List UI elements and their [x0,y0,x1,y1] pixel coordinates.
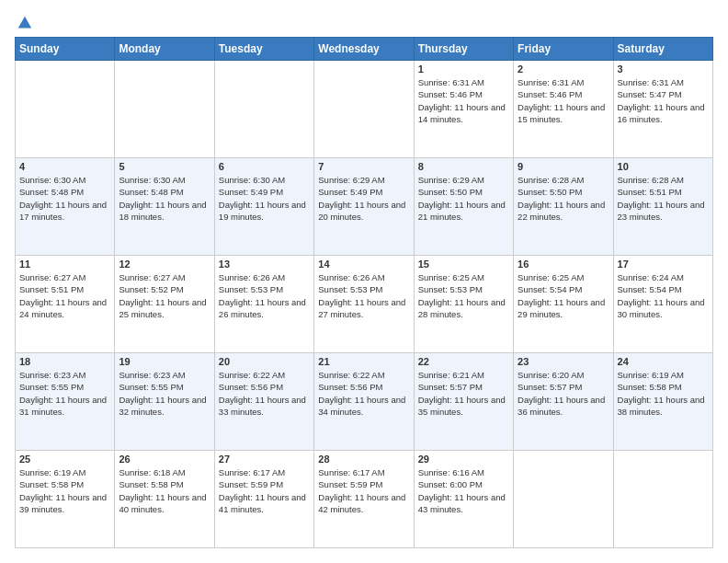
calendar-cell [214,61,313,158]
calendar-cell: 18Sunrise: 6:23 AM Sunset: 5:55 PM Dayli… [16,353,115,451]
calendar-week-row: 11Sunrise: 6:27 AM Sunset: 5:51 PM Dayli… [16,256,713,353]
calendar-cell: 8Sunrise: 6:29 AM Sunset: 5:50 PM Daylig… [414,158,513,256]
day-number: 22 [418,356,509,367]
day-info: Sunrise: 6:25 AM Sunset: 5:53 PM Dayligh… [418,271,509,320]
page: SundayMondayTuesdayWednesdayThursdayFrid… [0,0,728,563]
day-info: Sunrise: 6:19 AM Sunset: 5:58 PM Dayligh… [19,466,110,515]
calendar-cell: 4Sunrise: 6:30 AM Sunset: 5:48 PM Daylig… [16,158,115,256]
calendar-cell: 9Sunrise: 6:28 AM Sunset: 5:50 PM Daylig… [514,158,613,256]
day-info: Sunrise: 6:29 AM Sunset: 5:50 PM Dayligh… [418,174,509,223]
calendar-cell: 3Sunrise: 6:31 AM Sunset: 5:47 PM Daylig… [613,61,712,158]
day-info: Sunrise: 6:17 AM Sunset: 5:59 PM Dayligh… [219,466,310,515]
day-info: Sunrise: 6:24 AM Sunset: 5:54 PM Dayligh… [618,271,709,320]
day-number: 15 [418,259,509,270]
day-number: 29 [418,454,509,465]
calendar-cell: 17Sunrise: 6:24 AM Sunset: 5:54 PM Dayli… [613,256,712,353]
calendar-cell: 24Sunrise: 6:19 AM Sunset: 5:58 PM Dayli… [613,353,712,451]
day-number: 10 [618,161,709,172]
calendar-cell: 12Sunrise: 6:27 AM Sunset: 5:52 PM Dayli… [115,256,214,353]
day-info: Sunrise: 6:20 AM Sunset: 5:57 PM Dayligh… [518,369,609,418]
logo [15,15,33,28]
day-number: 19 [119,356,210,367]
calendar-cell: 25Sunrise: 6:19 AM Sunset: 5:58 PM Dayli… [16,451,115,548]
day-number: 20 [219,356,310,367]
calendar-cell: 6Sunrise: 6:30 AM Sunset: 5:49 PM Daylig… [214,158,313,256]
day-info: Sunrise: 6:23 AM Sunset: 5:55 PM Dayligh… [119,369,210,418]
calendar-cell: 11Sunrise: 6:27 AM Sunset: 5:51 PM Dayli… [16,256,115,353]
day-info: Sunrise: 6:26 AM Sunset: 5:53 PM Dayligh… [219,271,310,320]
logo-icon [17,15,33,31]
calendar-cell [314,61,414,158]
calendar-cell: 14Sunrise: 6:26 AM Sunset: 5:53 PM Dayli… [314,256,414,353]
calendar-cell [514,451,613,548]
day-info: Sunrise: 6:31 AM Sunset: 5:46 PM Dayligh… [418,76,509,125]
calendar-cell: 15Sunrise: 6:25 AM Sunset: 5:53 PM Dayli… [414,256,513,353]
day-number: 28 [318,454,409,465]
day-info: Sunrise: 6:18 AM Sunset: 5:58 PM Dayligh… [119,466,210,515]
day-info: Sunrise: 6:28 AM Sunset: 5:50 PM Dayligh… [518,174,609,223]
calendar-cell: 22Sunrise: 6:21 AM Sunset: 5:57 PM Dayli… [414,353,513,451]
day-number: 8 [418,161,509,172]
day-number: 26 [119,454,210,465]
calendar-cell: 10Sunrise: 6:28 AM Sunset: 5:51 PM Dayli… [613,158,712,256]
weekday-header-monday: Monday [115,38,214,61]
calendar-cell: 28Sunrise: 6:17 AM Sunset: 5:59 PM Dayli… [314,451,414,548]
day-info: Sunrise: 6:23 AM Sunset: 5:55 PM Dayligh… [19,369,110,418]
day-number: 2 [518,63,609,75]
day-info: Sunrise: 6:19 AM Sunset: 5:58 PM Dayligh… [618,369,709,418]
day-number: 24 [618,356,709,367]
weekday-header-tuesday: Tuesday [214,38,313,61]
calendar-table: SundayMondayTuesdayWednesdayThursdayFrid… [15,37,713,548]
day-number: 21 [318,356,409,367]
day-info: Sunrise: 6:30 AM Sunset: 5:48 PM Dayligh… [119,174,210,223]
calendar-cell: 2Sunrise: 6:31 AM Sunset: 5:46 PM Daylig… [514,61,613,158]
calendar-cell: 20Sunrise: 6:22 AM Sunset: 5:56 PM Dayli… [214,353,313,451]
day-number: 13 [219,259,310,270]
calendar-cell: 5Sunrise: 6:30 AM Sunset: 5:48 PM Daylig… [115,158,214,256]
day-number: 6 [219,161,310,172]
calendar-cell [613,451,712,548]
day-info: Sunrise: 6:29 AM Sunset: 5:49 PM Dayligh… [318,174,409,223]
day-info: Sunrise: 6:31 AM Sunset: 5:46 PM Dayligh… [518,76,609,125]
weekday-header-saturday: Saturday [613,38,712,61]
calendar-week-row: 25Sunrise: 6:19 AM Sunset: 5:58 PM Dayli… [16,451,713,548]
calendar-cell: 26Sunrise: 6:18 AM Sunset: 5:58 PM Dayli… [115,451,214,548]
day-number: 11 [19,259,110,270]
calendar-cell: 19Sunrise: 6:23 AM Sunset: 5:55 PM Dayli… [115,353,214,451]
day-info: Sunrise: 6:25 AM Sunset: 5:54 PM Dayligh… [518,271,609,320]
weekday-header-sunday: Sunday [16,38,115,61]
day-info: Sunrise: 6:27 AM Sunset: 5:52 PM Dayligh… [119,271,210,320]
day-number: 12 [119,259,210,270]
weekday-header-thursday: Thursday [414,38,513,61]
calendar-cell: 21Sunrise: 6:22 AM Sunset: 5:56 PM Dayli… [314,353,414,451]
day-number: 25 [19,454,110,465]
day-info: Sunrise: 6:16 AM Sunset: 6:00 PM Dayligh… [418,466,509,515]
calendar-cell [115,61,214,158]
day-number: 16 [518,259,609,270]
day-info: Sunrise: 6:30 AM Sunset: 5:49 PM Dayligh… [219,174,310,223]
calendar-cell: 13Sunrise: 6:26 AM Sunset: 5:53 PM Dayli… [214,256,313,353]
day-number: 9 [518,161,609,172]
calendar-week-row: 4Sunrise: 6:30 AM Sunset: 5:48 PM Daylig… [16,158,713,256]
day-number: 3 [618,63,709,75]
day-number: 27 [219,454,310,465]
weekday-header-wednesday: Wednesday [314,38,414,61]
weekday-header-friday: Friday [514,38,613,61]
calendar-cell: 27Sunrise: 6:17 AM Sunset: 5:59 PM Dayli… [214,451,313,548]
day-info: Sunrise: 6:22 AM Sunset: 5:56 PM Dayligh… [219,369,310,418]
day-info: Sunrise: 6:22 AM Sunset: 5:56 PM Dayligh… [318,369,409,418]
calendar-cell: 29Sunrise: 6:16 AM Sunset: 6:00 PM Dayli… [414,451,513,548]
day-number: 17 [618,259,709,270]
day-number: 1 [418,63,509,75]
day-number: 14 [318,259,409,270]
day-info: Sunrise: 6:28 AM Sunset: 5:51 PM Dayligh… [618,174,709,223]
day-number: 4 [19,161,110,172]
day-info: Sunrise: 6:27 AM Sunset: 5:51 PM Dayligh… [19,271,110,320]
day-info: Sunrise: 6:17 AM Sunset: 5:59 PM Dayligh… [318,466,409,515]
calendar-header-row: SundayMondayTuesdayWednesdayThursdayFrid… [16,38,713,61]
calendar-cell: 1Sunrise: 6:31 AM Sunset: 5:46 PM Daylig… [414,61,513,158]
header [15,15,713,28]
day-info: Sunrise: 6:21 AM Sunset: 5:57 PM Dayligh… [418,369,509,418]
calendar-cell: 7Sunrise: 6:29 AM Sunset: 5:49 PM Daylig… [314,158,414,256]
day-number: 5 [119,161,210,172]
